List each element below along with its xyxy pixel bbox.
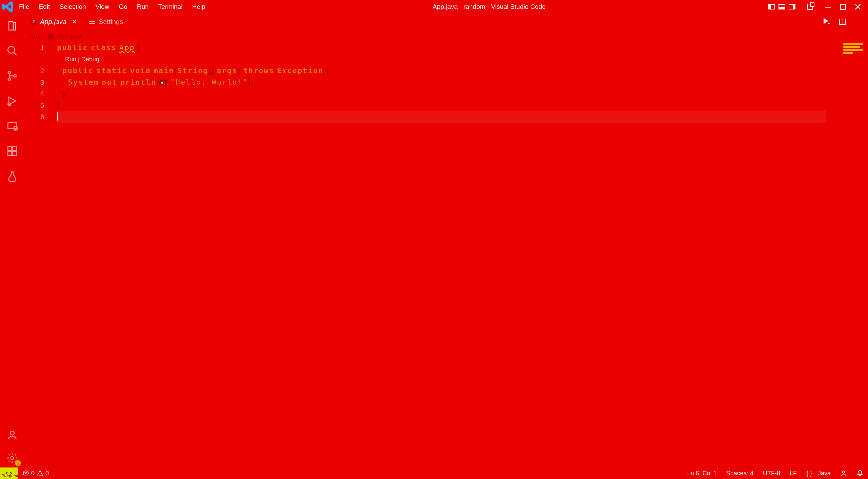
- tab-label: Settings: [99, 18, 123, 26]
- watermark: ProgrammerHumor.io: [1, 474, 40, 478]
- menu-file[interactable]: File: [14, 1, 34, 13]
- vscode-logo-icon: [1, 0, 14, 13]
- code-line: public class App {: [57, 42, 826, 54]
- split-editor-icon[interactable]: [839, 19, 846, 25]
- menu-selection[interactable]: Selection: [55, 1, 91, 13]
- status-bar: 0 0 Ln 6, Col 1 Spaces: 4 UTF-8 LF { } J…: [0, 467, 868, 479]
- language-mode[interactable]: { } Java: [802, 470, 835, 477]
- remote-explorer-icon[interactable]: [0, 120, 24, 132]
- feedback-icon[interactable]: [835, 470, 852, 477]
- code-lens[interactable]: Run | Debug: [57, 54, 826, 65]
- svg-point-13: [10, 431, 14, 435]
- close-icon[interactable]: [854, 3, 861, 10]
- svg-rect-1: [841, 4, 846, 9]
- code-line: }: [57, 100, 826, 111]
- customize-layout-icon[interactable]: [807, 4, 813, 10]
- svg-rect-10: [8, 151, 12, 155]
- tab-bar: App.java ✕ Settings ⌄ ···: [0, 14, 868, 30]
- inlay-hint: x:: [159, 80, 167, 86]
- line-gutter: 1 2 3 4 5 6: [31, 42, 49, 123]
- tab-app-java[interactable]: App.java ✕: [24, 14, 83, 30]
- svg-point-16: [843, 471, 845, 473]
- breadcrumb-more[interactable]: ...: [92, 33, 97, 40]
- breadcrumb[interactable]: src › J App.java › ...: [31, 33, 97, 40]
- editor[interactable]: 1 2 3 4 5 6 public class App { Run | Deb…: [31, 42, 863, 467]
- more-actions-icon[interactable]: ···: [854, 18, 861, 25]
- svg-point-4: [8, 78, 11, 80]
- svg-point-14: [11, 457, 14, 460]
- code-line: System.out.println(x: "Hello, World!");: [57, 77, 826, 88]
- tab-label: App.java: [40, 18, 66, 26]
- chevron-right-icon: ›: [86, 33, 88, 40]
- title-bar: File Edit Selection View Go Run Terminal…: [0, 0, 868, 14]
- line-number: 5: [31, 100, 44, 111]
- warning-count: 0: [45, 470, 49, 477]
- code-line-current[interactable]: [57, 111, 826, 123]
- indentation[interactable]: Spaces: 4: [722, 470, 758, 477]
- menu-view[interactable]: View: [91, 1, 114, 13]
- layout-right-icon[interactable]: [789, 4, 795, 9]
- settings-badge: 1: [15, 460, 21, 466]
- tab-settings[interactable]: Settings: [83, 14, 129, 30]
- svg-rect-9: [8, 147, 12, 150]
- code-lines[interactable]: public class App { Run | Debug public st…: [57, 42, 826, 123]
- svg-point-2: [8, 46, 15, 53]
- eol[interactable]: LF: [785, 470, 802, 477]
- layout-left-icon[interactable]: [768, 4, 775, 9]
- run-file-icon[interactable]: ⌄: [824, 18, 831, 25]
- svg-point-5: [14, 75, 16, 77]
- run-debug-icon[interactable]: [0, 95, 24, 107]
- svg-point-3: [8, 71, 11, 74]
- cursor-position[interactable]: Ln 6, Col 1: [683, 470, 722, 477]
- breadcrumb-root[interactable]: src: [31, 33, 39, 40]
- minimize-icon[interactable]: [825, 3, 831, 10]
- svg-rect-7: [8, 123, 17, 128]
- line-number: 2: [31, 65, 44, 77]
- breadcrumb-file[interactable]: App.java: [58, 33, 83, 40]
- menu-help[interactable]: Help: [187, 1, 210, 13]
- line-number: 6: [31, 111, 44, 123]
- source-control-icon[interactable]: [0, 70, 24, 82]
- explorer-icon[interactable]: [0, 20, 24, 32]
- layout-buttons: [768, 4, 813, 10]
- svg-rect-12: [13, 147, 16, 150]
- menu-terminal[interactable]: Terminal: [154, 1, 188, 13]
- chevron-right-icon: ›: [42, 33, 44, 40]
- menu-go[interactable]: Go: [114, 1, 132, 13]
- braces-icon: { }: [806, 470, 812, 477]
- line-number: 1: [31, 42, 44, 54]
- editor-actions: ⌄ ···: [824, 14, 868, 30]
- encoding[interactable]: UTF-8: [758, 470, 785, 477]
- java-file-icon: [31, 19, 37, 25]
- menu-edit[interactable]: Edit: [34, 1, 55, 13]
- minimap[interactable]: [829, 42, 863, 55]
- search-icon[interactable]: [0, 45, 24, 57]
- accounts-icon[interactable]: [0, 429, 24, 441]
- svg-rect-0: [825, 7, 831, 8]
- menu-bar: File Edit Selection View Go Run Terminal…: [14, 1, 210, 13]
- menu-run[interactable]: Run: [132, 1, 154, 13]
- layout-bottom-icon[interactable]: [778, 4, 785, 9]
- maximize-icon[interactable]: [840, 3, 846, 10]
- tab-close-icon[interactable]: ✕: [72, 18, 77, 25]
- window-controls: [825, 3, 867, 10]
- code-line: }: [57, 88, 826, 100]
- activity-bar: 1: [0, 14, 24, 467]
- settings-tab-icon: [89, 19, 95, 25]
- window-title: App.java - random - Visual Studio Code: [210, 3, 769, 11]
- code-line: public static void main(String[] args) t…: [57, 65, 826, 77]
- svg-rect-11: [13, 151, 16, 155]
- java-file-icon: J: [48, 33, 54, 39]
- manage-gear-icon[interactable]: 1: [0, 452, 24, 464]
- testing-icon[interactable]: [0, 170, 24, 182]
- line-number: 4: [31, 88, 44, 100]
- extensions-icon[interactable]: [0, 145, 24, 157]
- notifications-icon[interactable]: [852, 470, 868, 477]
- line-number: 3: [31, 77, 44, 88]
